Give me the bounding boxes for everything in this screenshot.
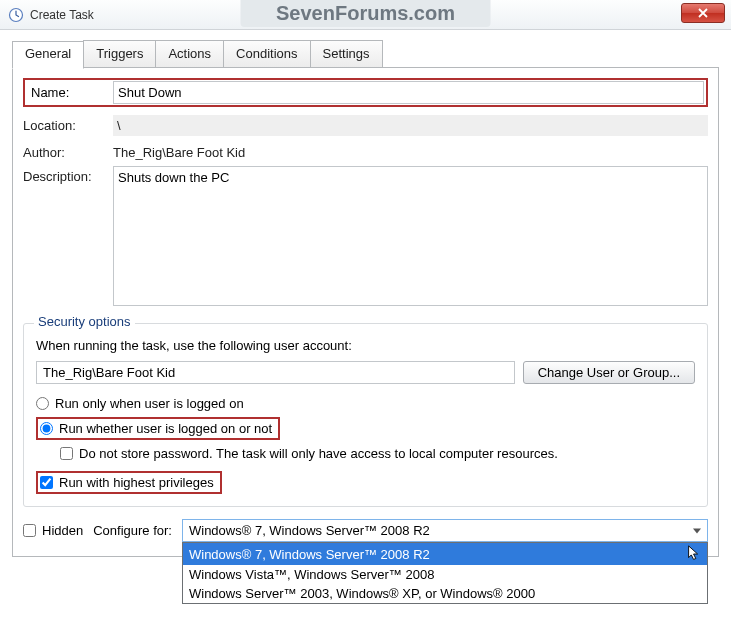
checkbox-highest-priv-input[interactable]	[40, 476, 53, 489]
checkbox-no-store-pw-input[interactable]	[60, 447, 73, 460]
radio-run-whether-input[interactable]	[40, 422, 53, 435]
location-value: \	[113, 115, 708, 136]
title-bar: Create Task SevenForums.com	[0, 0, 731, 30]
watermark-text: SevenForums.com	[240, 0, 491, 27]
user-account-display: The_Rig\Bare Foot Kid	[36, 361, 515, 384]
tab-panel-general: Name: Location: \ Author: The_Rig\Bare F…	[12, 67, 719, 557]
checkbox-highest-priv-highlight: Run with highest privileges	[36, 471, 222, 494]
close-button[interactable]	[681, 3, 725, 23]
checkbox-no-store-pw[interactable]: Do not store password. The task will onl…	[60, 444, 695, 463]
radio-run-whether-label: Run whether user is logged on or not	[59, 421, 272, 436]
tab-strip: General Triggers Actions Conditions Sett…	[12, 40, 719, 68]
clock-icon	[8, 7, 24, 23]
checkbox-hidden[interactable]: Hidden	[23, 521, 83, 540]
radio-run-whether-highlight: Run whether user is logged on or not	[36, 417, 280, 440]
radio-run-logged-on-input[interactable]	[36, 397, 49, 410]
bottom-row: Hidden Configure for: Windows® 7, Window…	[23, 519, 708, 542]
checkbox-highest-priv-label: Run with highest privileges	[59, 475, 214, 490]
window-title: Create Task	[30, 8, 94, 22]
tab-conditions[interactable]: Conditions	[223, 40, 310, 68]
location-label: Location:	[23, 115, 113, 133]
description-input[interactable]: Shuts down the PC	[113, 166, 708, 306]
dropdown-item-0-label: Windows® 7, Windows Server™ 2008 R2	[189, 547, 430, 562]
configure-for-display[interactable]: Windows® 7, Windows Server™ 2008 R2	[182, 519, 708, 542]
author-label: Author:	[23, 142, 113, 160]
radio-run-logged-on-label: Run only when user is logged on	[55, 396, 244, 411]
name-input[interactable]	[113, 81, 704, 104]
configure-for-select[interactable]: Windows® 7, Windows Server™ 2008 R2 Wind…	[182, 519, 708, 542]
dropdown-item-0[interactable]: Windows® 7, Windows Server™ 2008 R2	[183, 543, 707, 565]
author-value: The_Rig\Bare Foot Kid	[113, 142, 245, 160]
checkbox-no-store-pw-label: Do not store password. The task will onl…	[79, 446, 558, 461]
security-running-text: When running the task, use the following…	[36, 338, 695, 353]
name-label: Name:	[27, 82, 113, 103]
tab-triggers[interactable]: Triggers	[83, 40, 156, 68]
security-options-title: Security options	[34, 314, 135, 329]
cursor-icon	[687, 545, 701, 563]
checkbox-hidden-label: Hidden	[42, 523, 83, 538]
configure-for-dropdown: Windows® 7, Windows Server™ 2008 R2 Wind…	[182, 542, 708, 604]
radio-run-logged-on[interactable]: Run only when user is logged on	[36, 394, 695, 413]
security-options-group: Security options When running the task, …	[23, 323, 708, 507]
tab-general[interactable]: General	[12, 41, 84, 69]
description-label: Description:	[23, 166, 113, 184]
dropdown-item-2[interactable]: Windows Server™ 2003, Windows® XP, or Wi…	[183, 584, 707, 603]
tab-actions[interactable]: Actions	[155, 40, 224, 68]
name-row-highlight: Name:	[23, 78, 708, 107]
checkbox-hidden-input[interactable]	[23, 524, 36, 537]
radio-run-whether[interactable]: Run whether user is logged on or not	[40, 421, 272, 436]
dialog-body: General Triggers Actions Conditions Sett…	[0, 30, 731, 567]
change-user-button[interactable]: Change User or Group...	[523, 361, 695, 384]
tab-settings[interactable]: Settings	[310, 40, 383, 68]
configure-for-label: Configure for:	[93, 523, 172, 538]
dropdown-item-1[interactable]: Windows Vista™, Windows Server™ 2008	[183, 565, 707, 584]
checkbox-highest-priv[interactable]: Run with highest privileges	[40, 475, 214, 490]
